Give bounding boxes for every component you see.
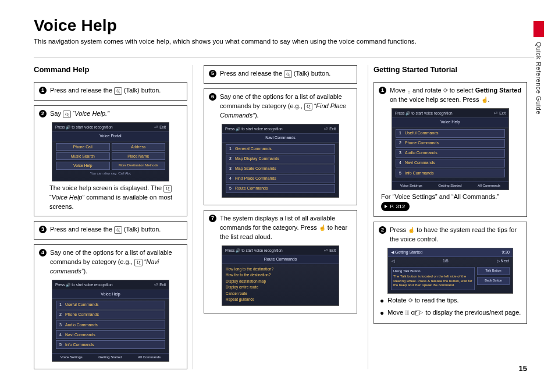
tutorial-step-2: 2 Press ☝ to have the system read the ti… bbox=[373, 222, 527, 324]
section-heading-getting-started: Getting Started Tutorial bbox=[373, 65, 527, 74]
step-number-badge: 5 bbox=[209, 70, 216, 77]
talk-icon: ⦉ξ bbox=[284, 70, 292, 78]
enter-icon: ☝ bbox=[408, 226, 415, 235]
step-3: 3 Press and release the ⦉ξ (Talk) button… bbox=[34, 221, 187, 240]
step-number-badge: 7 bbox=[209, 215, 216, 222]
step-number-badge: 3 bbox=[39, 226, 47, 233]
column-1: Command Help 1 Press and release the ⦉ξ … bbox=[34, 65, 187, 369]
left-stick-icon: ◁⃝ bbox=[405, 309, 409, 318]
step-caption: The voice help screen is displayed. The … bbox=[49, 184, 179, 212]
enter-icon: ☝ bbox=[481, 96, 488, 105]
screenshot-getting-started: ◀ Getting Started 9:30 ◁1/5▷ Next Using … bbox=[387, 248, 513, 294]
section-heading-command-help: Command Help bbox=[34, 65, 187, 74]
step-number-badge: 6 bbox=[209, 93, 216, 101]
talk-icon: ⦉ξ bbox=[163, 185, 172, 193]
side-running-head: Quick Reference Guide bbox=[535, 42, 542, 115]
page-ref-pill: P. 312 bbox=[381, 202, 410, 211]
step-6: 6 Say one of the options for a list of a… bbox=[204, 88, 357, 205]
step-number-badge: 2 bbox=[39, 110, 47, 117]
talk-icon: ⦉ξ bbox=[114, 87, 122, 95]
section-color-tab bbox=[533, 21, 544, 37]
screenshot-voice-help-list: Press 🔊 to start voice recognition⏎ Exit… bbox=[52, 280, 169, 362]
screenshot-navi-commands: Press 🔊 to start voice recognition⏎ Exit… bbox=[222, 124, 339, 198]
page-intro: This navigation system comes with voice … bbox=[34, 37, 527, 46]
step-number-badge: 4 bbox=[39, 249, 47, 256]
talk-icon: ⦉ξ bbox=[63, 111, 71, 118]
step-text: Say bbox=[50, 110, 63, 117]
screenshot-voice-help-select: Press 🔊 to start voice recognition⏎ Exit… bbox=[392, 108, 509, 190]
dial-icon: ⟳ bbox=[443, 87, 448, 95]
screenshot-voice-portal: Press 🔊 to start voice recognition⏎ Exit… bbox=[52, 122, 169, 181]
talk-icon: ⦉ξ bbox=[134, 259, 143, 266]
step-number-badge: 2 bbox=[379, 226, 386, 234]
screenshot-route-commands: Press 🔊 to start voice recognition⏎ Exit… bbox=[222, 245, 339, 306]
column-2: 5 Press and release the ⦉ξ (Talk) button… bbox=[193, 65, 368, 369]
step-text: Press and release the bbox=[50, 87, 114, 94]
bullet-rotate: ● Rotate ⟳ to read the tips. bbox=[380, 296, 522, 306]
voice-phrase: “Voice Help.” bbox=[73, 110, 109, 117]
step-number-badge: 1 bbox=[39, 87, 47, 94]
talk-icon: ⦉ξ bbox=[114, 226, 122, 234]
step-text: (Talk) button. bbox=[122, 87, 161, 94]
bullet-move: ● Move ◁⃝ or ⃝▷ to display the previous/… bbox=[380, 308, 522, 318]
tutorial-step-1: 1 Move ⍚ and rotate ⟳ to select Getting … bbox=[373, 82, 527, 217]
divider bbox=[34, 58, 534, 58]
speak-icon: ☝ bbox=[319, 224, 326, 233]
step-4: 4 Say one of the options for a list of a… bbox=[34, 244, 187, 369]
step-1: 1 Press and release the ⦉ξ (Talk) button… bbox=[34, 82, 187, 101]
step-footnote: For “Voice Settings” and “All Commands.”… bbox=[381, 193, 518, 212]
page-title: Voice Help bbox=[34, 16, 527, 35]
talk-icon: ⦉ξ bbox=[304, 103, 312, 111]
step-7: 7 The system displays a list of all avai… bbox=[204, 210, 357, 313]
step-number-badge: 1 bbox=[379, 87, 386, 94]
step-5: 5 Press and release the ⦉ξ (Talk) button… bbox=[204, 65, 357, 84]
column-3: Getting Started Tutorial 1 Move ⍚ and ro… bbox=[373, 65, 527, 369]
dial-icon: ⟳ bbox=[408, 297, 413, 305]
step-2: 2 Say ⦉ξ “Voice Help.” Press 🔊 to start … bbox=[34, 105, 187, 216]
page-number: 15 bbox=[519, 364, 527, 373]
